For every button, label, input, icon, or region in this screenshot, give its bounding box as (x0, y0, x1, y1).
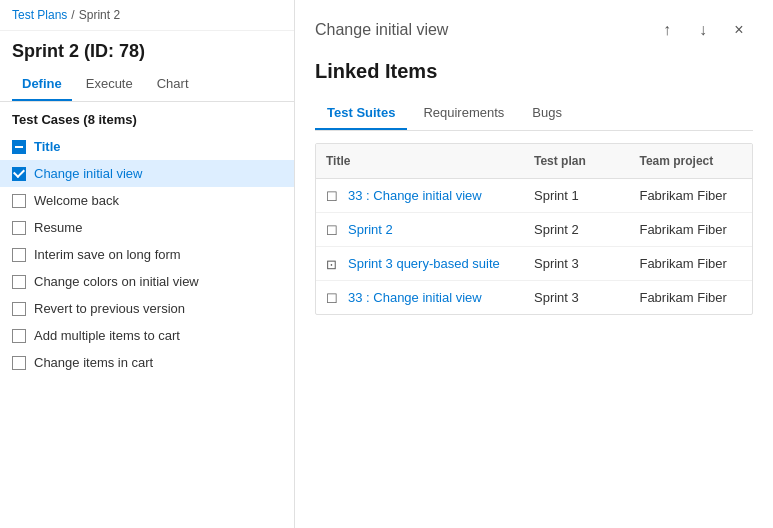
suite-icon-static-1 (326, 189, 342, 203)
right-tab-bar: Test Suites Requirements Bugs (315, 97, 753, 131)
list-item-2[interactable]: Welcome back (0, 187, 294, 214)
left-panel: Test Plans / Sprint 2 Sprint 2 (ID: 78) … (0, 0, 295, 528)
cell-title-2: Sprint 2 (316, 218, 524, 241)
col-header-test-plan: Test plan (524, 150, 629, 172)
checkbox-2[interactable] (12, 194, 26, 208)
checkbox-8[interactable] (12, 356, 26, 370)
breadcrumb: Test Plans / Sprint 2 (0, 0, 294, 31)
list-item-text-6: Revert to previous version (34, 301, 185, 316)
checkbox-3[interactable] (12, 221, 26, 235)
cell-plan-4: Sprint 3 (524, 286, 629, 309)
checkbox-6[interactable] (12, 302, 26, 316)
checkbox-1[interactable] (12, 167, 26, 181)
list-item-text-5: Change colors on initial view (34, 274, 199, 289)
breadcrumb-separator: / (71, 8, 74, 22)
cell-title-4: 33 : Change initial view (316, 286, 524, 309)
table-row[interactable]: 33 : Change initial view Sprint 1 Fabrik… (316, 179, 752, 213)
cell-title-3: Sprint 3 query-based suite (316, 252, 524, 275)
navigate-up-button[interactable]: ↑ (653, 16, 681, 44)
breadcrumb-sprint2: Sprint 2 (79, 8, 120, 22)
cell-plan-2: Sprint 2 (524, 218, 629, 241)
suite-icon-static-4 (326, 291, 342, 305)
close-button[interactable]: × (725, 16, 753, 44)
tab-define[interactable]: Define (12, 68, 72, 101)
list-item-5[interactable]: Change colors on initial view (0, 268, 294, 295)
list-item-6[interactable]: Revert to previous version (0, 295, 294, 322)
cell-project-4: Fabrikam Fiber (629, 286, 752, 309)
linked-items-title: Linked Items (315, 60, 753, 83)
cell-title-1: 33 : Change initial view (316, 184, 524, 207)
suite-icon-query-3 (326, 257, 342, 271)
tab-bugs[interactable]: Bugs (520, 97, 574, 130)
list-item-1[interactable]: Change initial view (0, 160, 294, 187)
checkbox-5[interactable] (12, 275, 26, 289)
checkbox-7[interactable] (12, 329, 26, 343)
breadcrumb-test-plans[interactable]: Test Plans (12, 8, 67, 22)
table-header-row: Title Test plan Team project (316, 144, 752, 179)
cell-plan-3: Sprint 3 (524, 252, 629, 275)
cell-project-2: Fabrikam Fiber (629, 218, 752, 241)
list-item-text-8: Change items in cart (34, 355, 153, 370)
list-item-header-text: Title (34, 139, 61, 154)
list-item-8[interactable]: Change items in cart (0, 349, 294, 376)
col-header-team-project: Team project (629, 150, 752, 172)
list-item-3[interactable]: Resume (0, 214, 294, 241)
navigate-down-button[interactable]: ↓ (689, 16, 717, 44)
list-item-text-3: Resume (34, 220, 82, 235)
test-cases-list: Title Change initial view Welcome back R… (0, 133, 294, 528)
left-tab-bar: Define Execute Chart (0, 68, 294, 102)
table-row[interactable]: 33 : Change initial view Sprint 3 Fabrik… (316, 281, 752, 314)
panel-actions: ↑ ↓ × (653, 16, 753, 44)
tab-chart[interactable]: Chart (147, 68, 199, 101)
list-item-text-1: Change initial view (34, 166, 142, 181)
linked-items-table: Title Test plan Team project 33 : Change… (315, 143, 753, 315)
list-item-text-4: Interim save on long form (34, 247, 181, 262)
right-panel: Change initial view ↑ ↓ × Linked Items T… (295, 0, 773, 528)
test-cases-header: Test Cases (8 items) (0, 102, 294, 133)
table-row[interactable]: Sprint 2 Sprint 2 Fabrikam Fiber (316, 213, 752, 247)
table-row[interactable]: Sprint 3 query-based suite Sprint 3 Fabr… (316, 247, 752, 281)
sprint-title: Sprint 2 (ID: 78) (0, 31, 294, 68)
panel-header: Change initial view ↑ ↓ × (315, 16, 753, 44)
suite-icon-static-2 (326, 223, 342, 237)
cell-project-3: Fabrikam Fiber (629, 252, 752, 275)
col-header-title: Title (316, 150, 524, 172)
cell-project-1: Fabrikam Fiber (629, 184, 752, 207)
tab-execute[interactable]: Execute (76, 68, 143, 101)
tab-requirements[interactable]: Requirements (411, 97, 516, 130)
checkbox-header[interactable] (12, 140, 26, 154)
checkbox-4[interactable] (12, 248, 26, 262)
list-item-text-7: Add multiple items to cart (34, 328, 180, 343)
tab-test-suites[interactable]: Test Suites (315, 97, 407, 130)
panel-title: Change initial view (315, 21, 448, 39)
list-item-header: Title (0, 133, 294, 160)
cell-plan-1: Sprint 1 (524, 184, 629, 207)
list-item-7[interactable]: Add multiple items to cart (0, 322, 294, 349)
list-item-4[interactable]: Interim save on long form (0, 241, 294, 268)
list-item-text-2: Welcome back (34, 193, 119, 208)
